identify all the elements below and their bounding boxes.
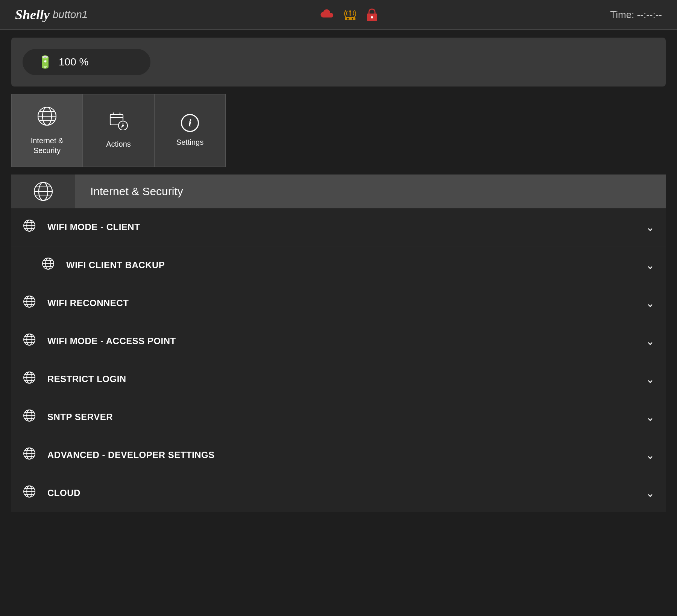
accordion-list: WIFI MODE - CLIENT ⌄ WIFI CLIENT BACKUP … <box>11 208 666 512</box>
logo-area: Shelly button1 <box>15 7 88 23</box>
accordion-label-cloud: CLOUD <box>47 488 646 498</box>
accordion-label-wifi-client-backup: WIFI CLIENT BACKUP <box>66 260 646 270</box>
svg-point-3 <box>349 11 351 12</box>
svg-point-5 <box>371 16 373 18</box>
accordion-chevron-wifi-reconnect: ⌄ <box>646 297 654 310</box>
accordion-item-wifi-client-backup[interactable]: WIFI CLIENT BACKUP ⌄ <box>11 246 666 284</box>
accordion-chevron-cloud: ⌄ <box>646 487 654 499</box>
accordion-chevron-sntp-server: ⌄ <box>646 411 654 423</box>
router-icon <box>342 8 358 22</box>
accordion-globe-icon-wifi-client-backup <box>41 257 55 273</box>
battery-icon: 🔋 <box>38 55 53 69</box>
accordion-globe-icon-sntp-server <box>23 409 36 425</box>
logo-device: button1 <box>53 9 88 21</box>
battery-pill: 🔋 100 % <box>23 49 150 75</box>
battery-section: 🔋 100 % <box>11 38 666 86</box>
accordion-label-restrict-login: RESTRICT LOGIN <box>47 374 646 384</box>
svg-rect-1 <box>347 18 349 20</box>
accordion-globe-icon-restrict-login <box>23 371 36 387</box>
accordion-label-wifi-mode-ap: WIFI MODE - ACCESS POINT <box>47 336 646 346</box>
accordion-item-advanced-dev[interactable]: ADVANCED - DEVELOPER SETTINGS ⌄ <box>11 436 666 474</box>
lock-icon <box>366 8 378 22</box>
accordion-item-wifi-mode-ap[interactable]: WIFI MODE - ACCESS POINT ⌄ <box>11 322 666 360</box>
accordion-globe-icon-wifi-mode-client <box>23 219 36 235</box>
svg-point-16 <box>122 125 124 127</box>
accordion-label-sntp-server: SNTP SERVER <box>47 412 646 422</box>
tab-actions-label: Actions <box>106 139 131 149</box>
battery-value: 100 % <box>59 56 88 68</box>
header-status-icons <box>320 8 378 22</box>
accordion-chevron-restrict-login: ⌄ <box>646 373 654 385</box>
header: Shelly button1 Time: --:--:-- <box>0 0 677 30</box>
info-circle: i <box>181 114 199 132</box>
svg-rect-2 <box>352 18 353 20</box>
accordion-chevron-advanced-dev: ⌄ <box>646 449 654 461</box>
logo-shelly: Shelly <box>15 7 50 23</box>
section-globe-icon <box>33 181 54 202</box>
tab-internet-security[interactable]: Internet &Security <box>11 94 83 167</box>
svg-rect-0 <box>345 17 355 20</box>
section-header-title: Internet & Security <box>75 185 666 198</box>
accordion-item-cloud[interactable]: CLOUD ⌄ <box>11 474 666 512</box>
accordion-item-wifi-mode-client[interactable]: WIFI MODE - CLIENT ⌄ <box>11 208 666 246</box>
accordion-label-advanced-dev: ADVANCED - DEVELOPER SETTINGS <box>47 450 646 460</box>
accordion-chevron-wifi-mode-client: ⌄ <box>646 221 654 234</box>
header-time: Time: --:--:-- <box>610 9 662 21</box>
tab-internet-security-label: Internet &Security <box>31 136 64 155</box>
settings-icon-tab: i <box>181 114 199 132</box>
accordion-globe-icon-advanced-dev <box>23 447 36 463</box>
accordion-globe-icon-wifi-mode-ap <box>23 333 36 349</box>
accordion-label-wifi-reconnect: WIFI RECONNECT <box>47 298 646 308</box>
accordion-item-sntp-server[interactable]: SNTP SERVER ⌄ <box>11 398 666 436</box>
section-header: Internet & Security <box>11 174 666 208</box>
actions-icon-tab <box>109 112 128 134</box>
tab-actions[interactable]: Actions <box>83 94 154 167</box>
accordion-globe-icon-wifi-reconnect <box>23 295 36 311</box>
accordion-item-restrict-login[interactable]: RESTRICT LOGIN ⌄ <box>11 360 666 398</box>
cloud-icon <box>320 9 334 20</box>
accordion-item-wifi-reconnect[interactable]: WIFI RECONNECT ⌄ <box>11 284 666 322</box>
globe-icon-tab <box>36 106 58 130</box>
accordion-chevron-wifi-client-backup: ⌄ <box>646 259 654 272</box>
tab-settings-label: Settings <box>176 137 203 147</box>
accordion-chevron-wifi-mode-ap: ⌄ <box>646 335 654 347</box>
accordion-label-wifi-mode-client: WIFI MODE - CLIENT <box>47 222 646 232</box>
tab-navigation: Internet &Security Actions i <box>11 94 666 167</box>
accordion-globe-icon-cloud <box>23 485 36 501</box>
tab-settings[interactable]: i Settings <box>154 94 226 167</box>
section-header-icon-box <box>11 174 75 208</box>
main-content: 🔋 100 % Internet &Security <box>0 30 677 520</box>
